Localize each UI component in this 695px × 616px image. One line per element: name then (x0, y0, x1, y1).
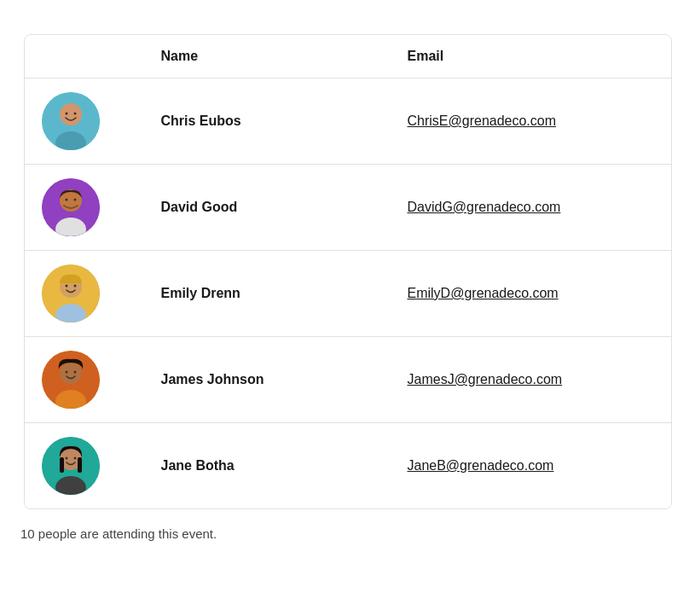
table-row: Jane Botha JaneB@grenadeco.com (25, 423, 671, 508)
svg-point-1 (60, 103, 82, 125)
contact-name: David Good (161, 200, 408, 215)
header-avatar (42, 49, 161, 64)
svg-point-25 (65, 457, 67, 460)
svg-point-13 (65, 285, 67, 288)
contact-name: James Johnson (161, 372, 408, 387)
header-name: Name (161, 49, 408, 64)
avatar-cell (42, 92, 161, 150)
svg-rect-23 (78, 457, 82, 473)
contact-email[interactable]: JaneB@grenadeco.com (408, 458, 654, 474)
contact-email[interactable]: JamesJ@grenadeco.com (408, 372, 654, 387)
avatar-cell (42, 351, 161, 409)
svg-point-9 (73, 199, 76, 201)
contact-name: Chris Eubos (161, 113, 408, 129)
contact-email[interactable]: EmilyD@grenadeco.com (408, 286, 654, 301)
contact-name: Emily Drenn (161, 286, 408, 301)
contact-name: Jane Botha (161, 458, 408, 474)
table-row: James Johnson JamesJ@grenadeco.com (25, 337, 671, 423)
avatar-cell (42, 437, 161, 495)
contacts-table: Name Email Chris Eubos (24, 34, 672, 509)
svg-point-16 (60, 362, 82, 384)
contact-email[interactable]: DavidG@grenadeco.com (408, 200, 654, 215)
avatar (42, 264, 100, 323)
svg-point-18 (65, 371, 67, 374)
table-row: Emily Drenn EmilyD@grenadeco.com (25, 251, 671, 337)
svg-point-14 (73, 285, 76, 288)
svg-point-8 (65, 199, 67, 201)
svg-point-26 (73, 457, 76, 460)
svg-point-4 (73, 113, 76, 115)
svg-rect-22 (60, 457, 64, 473)
svg-point-19 (73, 371, 76, 374)
table-row: Chris Eubos ChrisE@grenadeco.com (25, 78, 671, 165)
contact-email[interactable]: ChrisE@grenadeco.com (408, 113, 654, 129)
avatar (42, 437, 100, 495)
header-email: Email (408, 49, 654, 64)
table-row: David Good DavidG@grenadeco.com (25, 165, 671, 251)
avatar (42, 178, 100, 236)
avatar-cell (42, 178, 161, 236)
table-header-row: Name Email (25, 35, 671, 78)
avatar (42, 351, 100, 409)
attendance-footer: 10 people are attending this event. (20, 526, 669, 541)
avatar-cell (42, 264, 161, 323)
svg-point-3 (65, 113, 67, 115)
avatar (42, 92, 100, 150)
